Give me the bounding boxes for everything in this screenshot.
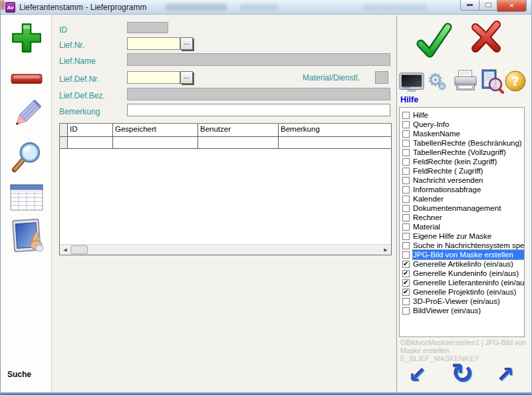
checkbox-option[interactable]: ✔Eigene Hilfe zur Maske bbox=[400, 231, 524, 241]
checkbox-icon: ✔ bbox=[402, 112, 410, 119]
checkbox-option[interactable]: ✔BildViewer (ein/aus) bbox=[400, 306, 524, 315]
checkbox-option[interactable]: ✔TabellenRechte (Beschränkung) bbox=[400, 138, 524, 148]
row-selector-header bbox=[60, 124, 68, 137]
settings-button[interactable]: ⚙⚙ bbox=[428, 70, 447, 96]
cell-bemerkung[interactable] bbox=[279, 137, 391, 149]
app-window: Av Lieferantenstamm - Lieferprogramm ✕ bbox=[0, 0, 532, 395]
document-search-icon bbox=[478, 68, 505, 94]
red-x-icon bbox=[467, 17, 505, 56]
add-button[interactable] bbox=[7, 21, 47, 55]
checkbox-option[interactable]: ✔Rechner bbox=[400, 213, 524, 222]
screen-select-button[interactable] bbox=[7, 217, 47, 257]
scrollbar-track[interactable] bbox=[70, 245, 380, 255]
arrow-forward-button[interactable]: ↗ bbox=[497, 362, 515, 388]
checkbox-option[interactable]: ✔Generelle Kundeninfo (ein/aus) bbox=[400, 269, 524, 278]
checkbox-option[interactable]: ✔Generelle Artikelinfo (ein/aus) bbox=[400, 259, 524, 269]
option-label: TabellenRechte (Vollzugriff) bbox=[413, 148, 524, 157]
table-grid-icon bbox=[10, 184, 43, 211]
option-label: Query-Info bbox=[413, 120, 524, 129]
scroll-right-icon[interactable]: ▶ bbox=[380, 245, 391, 255]
table-view-button[interactable] bbox=[7, 184, 47, 211]
cell-benutzer[interactable] bbox=[198, 137, 279, 149]
checkbox-option[interactable]: ✔TabellenRechte (Vollzugriff) bbox=[400, 148, 524, 157]
suche-label: Suche bbox=[7, 370, 31, 379]
option-label: Dokumentenmanagement bbox=[413, 203, 524, 213]
checkbox-option[interactable]: ✔Suche in Nachrichtensystem speichern bbox=[400, 241, 524, 250]
grid-horizontal-scrollbar[interactable]: ◀ ▶ bbox=[60, 244, 391, 255]
option-label: JPG-Bild von Maske erstellen bbox=[413, 250, 524, 259]
checkbox-icon: ✔ bbox=[402, 158, 410, 166]
option-label: Suche in Nachrichtensystem speichern bbox=[413, 241, 524, 250]
checkbox-icon: ✔ bbox=[402, 196, 410, 203]
preview-button[interactable] bbox=[478, 68, 505, 97]
id-label: ID bbox=[59, 25, 67, 35]
checkbox-icon: ✔ bbox=[402, 214, 410, 221]
lief-def-bez-field bbox=[127, 88, 390, 100]
title-bar[interactable]: Av Lieferantenstamm - Lieferprogramm ✕ bbox=[1, 0, 531, 15]
close-icon: ✕ bbox=[509, 2, 514, 9]
edit-button[interactable] bbox=[7, 96, 47, 135]
arrow-redo-button[interactable]: ↻ bbox=[452, 358, 474, 389]
checkbox-option[interactable]: ✔MaskenName bbox=[400, 129, 524, 138]
scrollbar-thumb[interactable] bbox=[70, 245, 88, 254]
column-header-id[interactable]: ID bbox=[68, 124, 113, 137]
table-row[interactable] bbox=[60, 137, 391, 149]
pencil-icon bbox=[8, 96, 45, 135]
option-label: Rechner bbox=[413, 213, 524, 222]
checkbox-option[interactable]: ✔Nachricht versenden bbox=[400, 176, 524, 185]
option-label: Generelle Artikelinfo (ein/aus) bbox=[413, 259, 524, 269]
maximize-button[interactable] bbox=[479, 0, 497, 11]
checkbox-option[interactable]: ✔Query-Info bbox=[400, 120, 524, 129]
minimize-button[interactable] bbox=[460, 0, 479, 11]
scroll-left-icon[interactable]: ◀ bbox=[60, 245, 70, 255]
grid-header-row: ID Gespeichert Benutzer Bemerkung bbox=[60, 124, 391, 137]
cell-gespeichert[interactable] bbox=[113, 137, 198, 149]
checkbox-option[interactable]: ✔Kalender bbox=[400, 194, 524, 203]
grid-empty-area bbox=[60, 149, 391, 244]
column-header-benutzer[interactable]: Benutzer bbox=[198, 124, 279, 137]
lief-nr-browse-button[interactable]: ... bbox=[180, 37, 193, 50]
checkbox-option[interactable]: ✔JPG-Bild von Maske erstellen bbox=[400, 250, 524, 259]
column-header-gespeichert[interactable]: Gespeichert bbox=[113, 124, 198, 137]
right-panel: ⚙⚙ bbox=[396, 15, 531, 392]
row-selector-cell[interactable] bbox=[60, 137, 68, 149]
bemerkung-input[interactable] bbox=[127, 104, 390, 116]
checkbox-option[interactable]: ✔Material bbox=[400, 222, 524, 231]
delete-button[interactable] bbox=[7, 72, 47, 86]
checkbox-icon: ✔ bbox=[402, 233, 410, 240]
close-button[interactable]: ✕ bbox=[497, 0, 527, 12]
arrow-up-right-icon: ↗ bbox=[497, 362, 515, 388]
checkbox-option[interactable]: ✔Hilfe bbox=[400, 110, 524, 120]
material-dienstl-checkbox[interactable] bbox=[375, 71, 388, 84]
checkbox-option[interactable]: ✔FeldRechte (kein Zugriff) bbox=[400, 157, 524, 166]
checkbox-icon: ✔ bbox=[402, 307, 410, 315]
option-label: FeldRechte (kein Zugriff) bbox=[413, 157, 524, 166]
material-dienstl-label: Material/Dienstl. bbox=[252, 73, 360, 82]
lief-def-nr-input[interactable] bbox=[127, 71, 180, 84]
screenshot-button[interactable] bbox=[399, 72, 424, 96]
ok-button[interactable] bbox=[414, 21, 453, 63]
small-gear-icon: ⚙ bbox=[438, 80, 446, 92]
checkbox-icon: ✔ bbox=[402, 289, 410, 296]
print-button[interactable] bbox=[453, 68, 478, 95]
window-controls: ✕ bbox=[460, 0, 527, 12]
red-minus-icon bbox=[10, 72, 43, 86]
question-mark-icon: ? bbox=[504, 70, 527, 92]
lief-def-nr-browse-button[interactable]: ... bbox=[180, 71, 193, 84]
search-button[interactable] bbox=[7, 139, 47, 176]
arrow-back-button[interactable]: ↙ bbox=[409, 362, 427, 388]
option-label: BildViewer (ein/aus) bbox=[413, 306, 524, 315]
cancel-button[interactable] bbox=[467, 17, 505, 59]
checkbox-option[interactable]: ✔FeldRechte ( Zugriff) bbox=[400, 166, 524, 176]
help-button[interactable]: ? bbox=[504, 70, 527, 95]
cell-id[interactable] bbox=[68, 137, 113, 149]
checkbox-option[interactable]: ✔Generelle Lieferanteninfo (ein/aus) bbox=[400, 278, 524, 287]
bemerkung-label: Bemerkung bbox=[59, 107, 100, 116]
checkbox-option[interactable]: ✔Dokumentenmanagement bbox=[400, 203, 524, 213]
checkbox-option[interactable]: ✔3D-ProE-Viewer (ein/aus) bbox=[400, 297, 524, 306]
checkbox-option[interactable]: ✔Generelle Projektinfo (ein/aus) bbox=[400, 287, 524, 297]
green-check-icon bbox=[414, 21, 453, 61]
checkbox-option[interactable]: ✔Informationsabfrage bbox=[400, 185, 524, 194]
column-header-bemerkung[interactable]: Bemerkung bbox=[279, 124, 391, 137]
lief-nr-input[interactable] bbox=[127, 37, 180, 50]
